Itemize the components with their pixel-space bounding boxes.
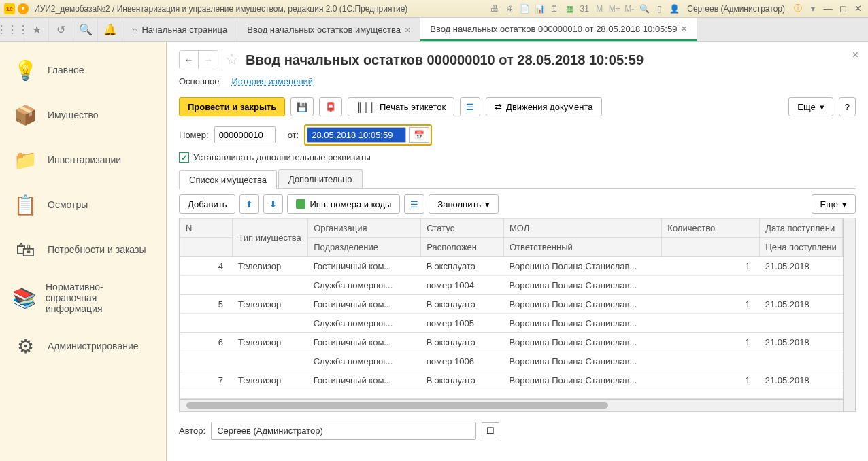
toolbar-icon[interactable]: 📄 — [518, 3, 531, 15]
toolbar-icon[interactable]: 📊 — [533, 3, 546, 15]
print-labels-button[interactable]: ║║║Печать этикеток — [348, 97, 454, 116]
sidebar-item-assets[interactable]: 📦Имущество — [0, 92, 166, 137]
calendar-button[interactable]: 📅 — [409, 127, 429, 143]
info-icon[interactable]: ⓘ — [792, 3, 804, 15]
m-minus-icon[interactable]: M- — [623, 3, 635, 15]
inv-numbers-button[interactable]: Инв. номера и коды — [287, 194, 400, 214]
list-button[interactable]: ☰ — [460, 97, 480, 116]
table-row-sub[interactable]: Служба номерног...номер 1004Воронина Пол… — [180, 276, 843, 295]
col-date[interactable]: Дата поступлени — [760, 219, 843, 238]
table-row[interactable]: 4ТелевизорГостиничный ком...В эксплуатаВ… — [180, 257, 843, 276]
col-org[interactable]: Организация — [308, 219, 421, 238]
more-button[interactable]: Еще ▾ — [788, 97, 833, 116]
col-loc[interactable]: Расположен — [421, 238, 504, 257]
favorite-icon[interactable]: ★ — [24, 18, 49, 41]
sidebar-item-admin[interactable]: ⚙Администрирование — [0, 324, 166, 369]
sidebar-item-needs[interactable]: 🛍Потребности и заказы — [0, 227, 166, 272]
maximize-button[interactable]: ◻ — [837, 3, 849, 15]
sidebar-label: Инвентаризации — [48, 154, 121, 165]
grid-more-button[interactable]: Еще ▾ — [812, 194, 856, 214]
app-menu-dropdown[interactable]: ▼ — [18, 3, 29, 14]
vertical-scrollbar[interactable] — [843, 218, 855, 411]
layout-icon[interactable]: ▯ — [653, 3, 665, 15]
sidebar-item-main[interactable]: 💡Главное — [0, 48, 166, 92]
fill-button[interactable]: Заполнить ▾ — [429, 194, 499, 214]
calendar-icon[interactable]: ▦ — [563, 3, 575, 15]
table-row[interactable]: 7ТелевизорГостиничный ком...В эксплуатаВ… — [180, 371, 843, 390]
col-qty[interactable]: Количество — [662, 219, 760, 238]
post-and-close-button[interactable]: Провести и закрыть — [179, 97, 285, 116]
clipboard-icon: 📋 — [12, 192, 38, 218]
table-row[interactable]: 5ТелевизорГостиничный ком...В эксплуатаВ… — [180, 295, 843, 314]
list-button2[interactable]: ☰ — [404, 194, 424, 214]
lamp-icon: 💡 — [12, 57, 38, 83]
sidebar-label: Потребности и заказы — [48, 244, 146, 255]
checkbox-set-extra[interactable]: ✓ — [179, 152, 189, 163]
tab-close-icon[interactable]: × — [681, 23, 686, 34]
table-row-sub[interactable]: Служба номерног...номер 1006Воронина Пол… — [180, 352, 843, 371]
tab-label: Начальная страница — [141, 24, 227, 35]
zoom-icon[interactable]: 🔍 — [638, 3, 650, 15]
m-icon[interactable]: M — [593, 3, 605, 15]
dropdown-icon[interactable]: ▾ — [807, 3, 819, 15]
close-panel-icon[interactable]: × — [852, 49, 858, 61]
search-icon[interactable]: 🔍 — [73, 18, 98, 41]
open-author-button[interactable]: ☐ — [482, 422, 499, 439]
add-button[interactable]: Добавить — [179, 194, 235, 214]
star-icon[interactable]: ☆ — [225, 51, 239, 69]
nav-forward-button[interactable]: → — [199, 51, 218, 69]
help-button[interactable]: ? — [839, 97, 856, 116]
green-icon — [296, 199, 305, 209]
user-icon: 👤 — [668, 3, 680, 15]
tab-close-icon[interactable]: × — [405, 24, 410, 35]
save-icon: 💾 — [297, 102, 307, 112]
col-price[interactable]: Цена поступлени — [760, 238, 843, 257]
author-input[interactable]: Сергеев (Администратор) — [211, 422, 476, 440]
app-logo-icon: 1c — [4, 3, 15, 14]
date-input[interactable] — [307, 127, 406, 143]
close-button[interactable]: ✕ — [852, 3, 864, 15]
sidebar-item-reference[interactable]: 📚Нормативно-справочная информация — [0, 272, 166, 324]
col-status[interactable]: Статус — [421, 219, 504, 238]
history-icon[interactable]: ↺ — [49, 18, 73, 41]
table-row-sub[interactable] — [180, 390, 843, 399]
nav-back-button[interactable]: ← — [180, 51, 199, 69]
sidebar-item-inventory[interactable]: 📁Инвентаризации — [0, 137, 166, 182]
date-icon[interactable]: 31 — [578, 3, 590, 15]
tab-asset-list[interactable]: Список имущества — [179, 170, 277, 189]
m-plus-icon[interactable]: M+ — [608, 3, 620, 15]
current-user[interactable]: Сергеев (Администратор) — [687, 4, 785, 14]
doc-movements-button[interactable]: ⇄Движения документа — [486, 97, 601, 116]
table-row-sub[interactable]: Служба номерног...номер 1005Воронина Пол… — [180, 314, 843, 333]
sidebar-item-inspections[interactable]: 📋Осмотры — [0, 182, 166, 227]
arrow-up-icon: ⬆ — [246, 199, 253, 209]
tab-document[interactable]: Ввод начальных остатков 000000010 от 28.… — [420, 18, 697, 41]
content-area: × ← → ☆ Ввод начальных остатков 00000001… — [167, 42, 868, 461]
toolbar-icon[interactable]: 🖨 — [503, 3, 516, 15]
col-resp[interactable]: Ответственный — [503, 238, 661, 257]
apps-icon[interactable]: ⋮⋮⋮ — [0, 18, 24, 41]
post-button[interactable]: 📮 — [319, 97, 342, 116]
col-mol[interactable]: МОЛ — [503, 219, 661, 238]
move-up-button[interactable]: ⬆ — [239, 194, 259, 214]
horizontal-scrollbar[interactable] — [180, 399, 843, 411]
subnav-main[interactable]: Основное — [179, 75, 220, 88]
number-input[interactable] — [214, 126, 276, 143]
btn-label: Движения документа — [506, 102, 592, 112]
move-down-button[interactable]: ⬇ — [263, 194, 283, 214]
col-type[interactable]: Тип имущества — [233, 219, 308, 257]
tab-additional[interactable]: Дополнительно — [278, 169, 363, 188]
toolbar-icon[interactable]: 🖶 — [488, 3, 501, 15]
minimize-button[interactable]: — — [822, 3, 834, 15]
toolbar-icon[interactable]: 🗓 — [548, 3, 561, 15]
document-title: Ввод начальных остатков 000000010 от 28.… — [246, 52, 644, 68]
notify-icon[interactable]: 🔔 — [98, 18, 122, 41]
post-icon: 📮 — [325, 102, 336, 112]
col-n[interactable]: N — [180, 219, 233, 238]
table-row[interactable]: 6ТелевизорГостиничный ком...В эксплуатаВ… — [180, 333, 843, 352]
save-button[interactable]: 💾 — [290, 97, 314, 116]
subnav-history[interactable]: История изменений — [232, 75, 314, 88]
tab-home[interactable]: ⌂ Начальная страница — [122, 18, 237, 41]
col-dept[interactable]: Подразделение — [308, 238, 421, 257]
tab-initial-balances[interactable]: Ввод начальных остатков имущества × — [237, 18, 420, 41]
